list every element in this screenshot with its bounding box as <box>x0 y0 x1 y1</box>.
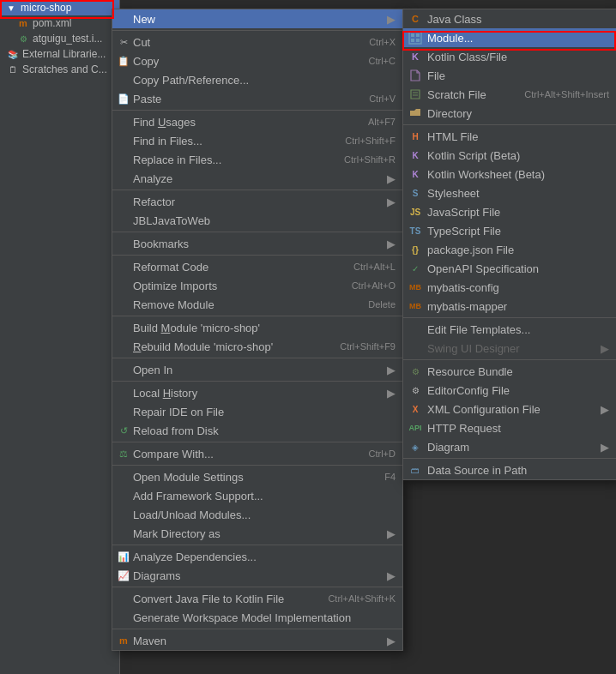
submenu-item-kotlin-script[interactable]: K Kotlin Script (Beta) <box>403 146 616 165</box>
menu-item-copy-path[interactable]: Copy Path/Reference... <box>112 70 402 89</box>
swing-arrow-icon: ▶ <box>601 342 609 355</box>
menu-item-load-unload[interactable]: Load/Unload Modules... <box>112 505 402 524</box>
submenu-item-java-class[interactable]: C Java Class <box>403 9 616 28</box>
menu-item-optimize[interactable]: Optimize Imports Ctrl+Alt+O <box>112 276 402 295</box>
xml-config-arrow-icon: ▶ <box>601 403 609 416</box>
submenu-item-file[interactable]: File <box>403 66 616 85</box>
menu-item-find-files[interactable]: Find in Files... Ctrl+Shift+F <box>112 131 402 150</box>
diagrams-arrow-icon: ▶ <box>387 569 396 582</box>
new-submenu: C Java Class Module... K Kotlin Class/Fi… <box>402 9 616 480</box>
menu-item-cut[interactable]: ✂ Cut Ctrl+X <box>112 33 402 51</box>
diagrams-icon: 📈 <box>117 569 130 582</box>
menu-item-reformat[interactable]: Reformat Code Ctrl+Alt+L <box>112 257 402 276</box>
paste-label: Paste <box>133 93 352 105</box>
find-files-shortcut: Ctrl+Shift+F <box>345 135 396 146</box>
menu-item-reload[interactable]: ↺ Reload from Disk <box>112 421 402 440</box>
submenu-item-kotlin-class[interactable]: K Kotlin Class/File <box>403 47 616 66</box>
separator-13 <box>112 629 402 629</box>
refactor-label: Refactor <box>133 196 382 208</box>
submenu-item-kotlin-worksheet[interactable]: K Kotlin Worksheet (Beta) <box>403 165 616 184</box>
submenu-item-resource-bundle[interactable]: ⚙ Resource Bundle <box>403 362 616 381</box>
menu-item-repair-ide[interactable]: Repair IDE on File <box>112 402 402 421</box>
rebuild-shortcut: Ctrl+Shift+F9 <box>340 341 396 352</box>
refactor-arrow-icon: ▶ <box>387 196 396 208</box>
submenu-item-html[interactable]: H HTML File <box>403 127 616 146</box>
menu-item-convert-kotlin[interactable]: Convert Java File to Kotlin File Ctrl+Al… <box>112 589 402 608</box>
submenu-item-package-json[interactable]: {} package.json File <box>403 240 616 259</box>
menu-item-find-usages[interactable]: Find Usages Alt+F7 <box>112 112 402 131</box>
maven-label: Maven <box>133 635 382 647</box>
scratch-icon: 🗒 <box>7 63 19 75</box>
swing-label: Swing UI Designer <box>427 342 520 355</box>
menu-item-analyze-deps[interactable]: 📊 Analyze Dependencies... <box>112 547 402 566</box>
submenu-item-mybatis-mapper[interactable]: MB mybatis-mapper <box>403 297 616 316</box>
reformat-label: Reformat Code <box>133 261 336 274</box>
submenu-item-scratch[interactable]: Scratch File Ctrl+Alt+Shift+Insert <box>403 85 616 104</box>
separator-11 <box>112 545 402 545</box>
html-label: HTML File <box>427 130 478 143</box>
menu-item-framework[interactable]: Add Framework Support... <box>112 486 402 505</box>
svg-rect-3 <box>411 39 414 42</box>
submenu-item-module[interactable]: Module... <box>403 28 616 47</box>
submenu-item-stylesheet[interactable]: S Stylesheet <box>403 184 616 202</box>
submenu-item-js[interactable]: JS JavaScript File <box>403 202 616 221</box>
menu-item-generate-workspace[interactable]: Generate Workspace Model Implementation <box>112 608 402 627</box>
analyze-label: Analyze <box>133 172 382 185</box>
project-tree-item-pom[interactable]: m pom.xml <box>0 15 119 31</box>
menu-item-analyze[interactable]: Analyze ▶ <box>112 169 402 188</box>
kotlin-class-icon: K <box>408 49 423 64</box>
menu-item-mark-dir[interactable]: Mark Directory as ▶ <box>112 524 402 543</box>
html-icon: H <box>408 129 423 144</box>
scratch-label: Scratches and C... <box>22 63 107 75</box>
menu-item-rebuild[interactable]: Rebuild Module 'micro-shop' Ctrl+Shift+F… <box>112 337 402 356</box>
submenu-item-data-source[interactable]: 🗃 Data Source in Path <box>403 460 616 479</box>
kotlin-class-label: Kotlin Class/File <box>427 51 507 63</box>
load-unload-label: Load/Unload Modules... <box>133 509 396 521</box>
menu-item-paste[interactable]: 📄 Paste Ctrl+V <box>112 89 402 108</box>
project-tree-item-scratch[interactable]: 🗒 Scratches and C... <box>0 62 119 77</box>
submenu-item-swing[interactable]: Swing UI Designer ▶ <box>403 339 616 358</box>
project-tree-item-root[interactable]: ▼ micro-shop <box>0 0 119 15</box>
menu-item-compare[interactable]: ⚖ Compare With... Ctrl+D <box>112 444 402 463</box>
menu-item-maven[interactable]: m Maven ▶ <box>112 631 402 650</box>
menu-item-open-in[interactable]: Open In ▶ <box>112 360 402 379</box>
module-icon <box>408 30 423 45</box>
menu-item-jbl[interactable]: JBLJavaToWeb <box>112 211 402 230</box>
resource-bundle-icon: ⚙ <box>408 364 423 379</box>
separator-12 <box>112 587 402 587</box>
menu-item-diagrams[interactable]: 📈 Diagrams ▶ <box>112 566 402 585</box>
new-arrow-icon: ▶ <box>387 13 396 26</box>
submenu-item-openapi[interactable]: ✓ OpenAPI Specification <box>403 259 616 278</box>
submenu-item-edit-templates[interactable]: Edit File Templates... <box>403 320 616 339</box>
submenu-item-diagram[interactable]: ◈ Diagram ▶ <box>403 437 616 456</box>
ts-icon: TS <box>408 223 423 238</box>
submenu-item-xml-config[interactable]: X XML Configuration File ▶ <box>403 400 616 418</box>
menu-item-copy[interactable]: 📋 Copy Ctrl+C <box>112 51 402 70</box>
menu-item-bookmarks[interactable]: Bookmarks ▶ <box>112 234 402 253</box>
menu-item-refactor[interactable]: Refactor ▶ <box>112 192 402 211</box>
menu-item-module-settings[interactable]: Open Module Settings F4 <box>112 467 402 486</box>
diagram-label: Diagram <box>427 441 469 454</box>
openapi-icon: ✓ <box>408 261 423 276</box>
menu-item-replace-files[interactable]: Replace in Files... Ctrl+Shift+R <box>112 150 402 169</box>
submenu-item-mybatis-config[interactable]: MB mybatis-config <box>403 278 616 297</box>
file-label: File <box>427 69 445 82</box>
submenu-item-editorconfig[interactable]: ⚙ EditorConfig File <box>403 381 616 400</box>
xml-config-label: XML Configuration File <box>427 403 541 416</box>
analyze-deps-label: Analyze Dependencies... <box>133 551 396 563</box>
replace-files-shortcut: Ctrl+Shift+R <box>344 154 396 165</box>
atguigu-label: atguigu_test.i... <box>33 33 102 45</box>
project-tree-item-atguigu[interactable]: ⚙ atguigu_test.i... <box>0 31 119 46</box>
menu-item-remove-module[interactable]: Remove Module Delete <box>112 295 402 314</box>
submenu-item-directory[interactable]: Directory <box>403 104 616 123</box>
menu-item-new[interactable]: New ▶ <box>112 9 402 28</box>
submenu-item-ts[interactable]: TS TypeScript File <box>403 221 616 240</box>
js-icon: JS <box>408 204 423 220</box>
menu-item-local-history[interactable]: Local History ▶ <box>112 383 402 402</box>
submenu-item-http-request[interactable]: API HTTP Request <box>403 418 616 437</box>
diagram-icon: ◈ <box>408 439 423 454</box>
separator-7 <box>112 358 402 358</box>
kotlin-worksheet-icon: K <box>408 166 423 182</box>
project-tree-item-ext[interactable]: 📚 External Librarie... <box>0 46 119 62</box>
menu-item-build[interactable]: Build Module 'micro-shop' <box>112 318 402 337</box>
